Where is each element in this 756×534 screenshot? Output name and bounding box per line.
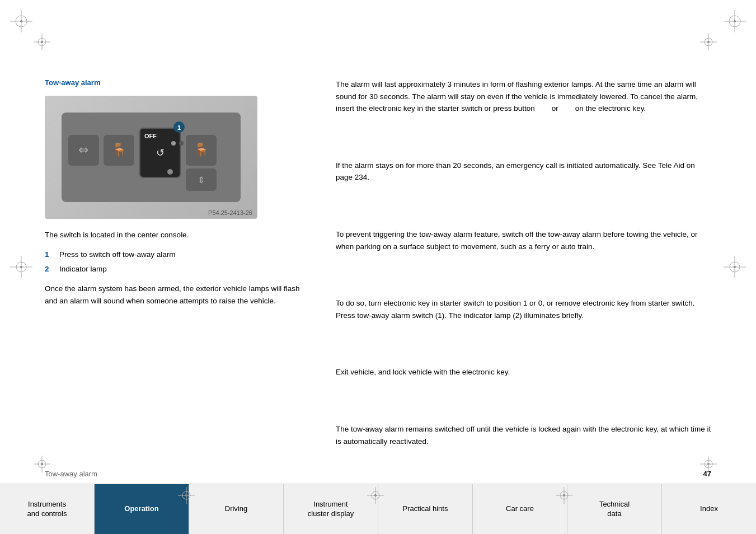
right-para-4: To do so, turn electronic key in starter… (336, 297, 711, 321)
nav-item-operation-label: Operation (124, 504, 158, 514)
list-num-2: 2 (45, 264, 56, 275)
nav-right-crosshair (556, 487, 578, 509)
svg-point-7 (734, 20, 736, 22)
svg-point-68 (563, 494, 565, 496)
svg-point-60 (374, 494, 377, 496)
nav-item-cluster-label: Instrumentcluster display (308, 500, 354, 519)
mid-crosshair-left (10, 256, 32, 278)
corner-crosshair-tl-outer (10, 10, 32, 32)
nav-item-practical-label: Practical hints (403, 504, 448, 514)
svg-point-19 (20, 266, 22, 268)
nav-item-index-label: Index (700, 504, 718, 514)
nav-center-crosshair (367, 487, 389, 509)
image-caption: P54.25-2413-26 (208, 209, 252, 216)
main-content: Tow-away alarm ⇔ 🪑 OFF (45, 34, 711, 456)
svg-point-3 (20, 20, 22, 22)
nav-item-index[interactable]: Index (662, 484, 756, 534)
svg-point-56 (707, 463, 710, 465)
svg-text:1: 1 (177, 124, 181, 131)
corner-crosshair-tr-outer (724, 10, 746, 32)
alarm-armed-text: Once the alarm system has been armed, th… (45, 283, 313, 307)
svg-text:🪑: 🪑 (194, 142, 209, 157)
left-column: Tow-away alarm ⇔ 🪑 OFF (45, 34, 313, 456)
svg-point-47 (171, 141, 176, 146)
right-column: The alarm will last approximately 3 minu… (336, 34, 711, 456)
mid-crosshair-right (724, 256, 746, 278)
svg-point-64 (185, 494, 187, 496)
nav-item-driving-label: Driving (225, 504, 247, 514)
nav-item-technical-label: Technicaldata (599, 500, 630, 519)
svg-text:🪑: 🪑 (111, 142, 127, 157)
nav-item-operation[interactable]: Operation (95, 484, 189, 534)
nav-item-instruments-label: Instrumentsand controls (27, 500, 67, 519)
right-para-2: If the alarm stays on for more than 20 s… (336, 160, 711, 184)
control-image: ⇔ 🪑 OFF ↺ 1 🪑 (45, 96, 257, 219)
section-title: Tow-away alarm (45, 78, 313, 87)
svg-point-23 (734, 266, 736, 268)
list-num-1: 1 (45, 249, 56, 260)
svg-text:⇔: ⇔ (78, 143, 88, 157)
nav-left-crosshair (178, 487, 200, 509)
nav-item-driving[interactable]: Driving (189, 484, 284, 534)
svg-text:OFF: OFF (144, 133, 157, 139)
nav-item-technical-data[interactable]: Technicaldata (567, 484, 662, 534)
nav-item-carcare-label: Car care (506, 504, 534, 514)
nav-item-instrument-cluster[interactable]: Instrumentcluster display (284, 484, 378, 534)
list-item-2: 2 Indicator lamp (45, 264, 313, 275)
list-item-1: 1 Press to switch off tow-away alarm (45, 249, 313, 260)
page-footer: Tow-away alarm 47 (45, 470, 711, 478)
nav-item-instruments-and-controls[interactable]: Instrumentsand controls (0, 484, 95, 534)
inner-crosshair-br (700, 456, 722, 478)
list-item-1-text: Press to switch off tow-away alarm (59, 249, 176, 260)
nav-item-car-care[interactable]: Car care (473, 484, 567, 534)
right-para-5: Exit vehicle, and lock vehicle with the … (336, 366, 711, 378)
svg-point-52 (41, 463, 43, 465)
item-list: 1 Press to switch off tow-away alarm 2 I… (45, 249, 313, 275)
right-para-6: The tow-away alarm remains switched off … (336, 423, 711, 447)
right-para-3: To prevent triggering the tow-away alarm… (336, 228, 711, 252)
svg-text:⇕: ⇕ (198, 175, 205, 185)
svg-text:↺: ↺ (156, 147, 165, 158)
image-inner: ⇔ 🪑 OFF ↺ 1 🪑 (45, 96, 257, 218)
svg-point-27 (41, 41, 43, 43)
inner-crosshair-bl (34, 456, 56, 478)
list-item-2-text: Indicator lamp (59, 264, 107, 275)
right-para-1: The alarm will last approximately 3 minu… (336, 78, 711, 115)
switch-location-text: The switch is located in the center cons… (45, 229, 313, 241)
svg-point-42 (167, 169, 173, 175)
svg-point-48 (179, 141, 184, 146)
nav-item-practical-hints[interactable]: Practical hints (378, 484, 473, 534)
